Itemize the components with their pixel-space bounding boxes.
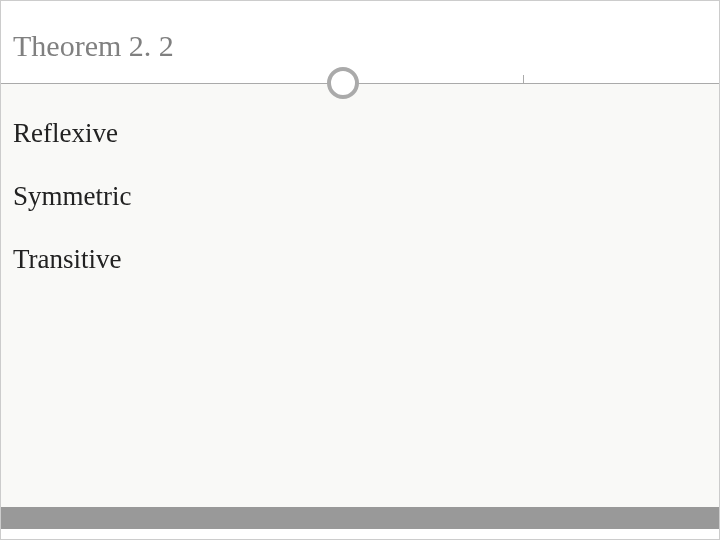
- body-item: Reflexive: [13, 118, 707, 149]
- footer-bar: [1, 507, 719, 529]
- body-item: Transitive: [13, 244, 707, 275]
- slide-body: Reflexive Symmetric Transitive: [1, 84, 719, 507]
- slide-header: Theorem 2. 2: [1, 1, 719, 83]
- ring-icon: [327, 67, 359, 99]
- slide: Theorem 2. 2 Reflexive Symmetric Transit…: [0, 0, 720, 540]
- body-item: Symmetric: [13, 181, 707, 212]
- slide-title: Theorem 2. 2: [13, 29, 707, 62]
